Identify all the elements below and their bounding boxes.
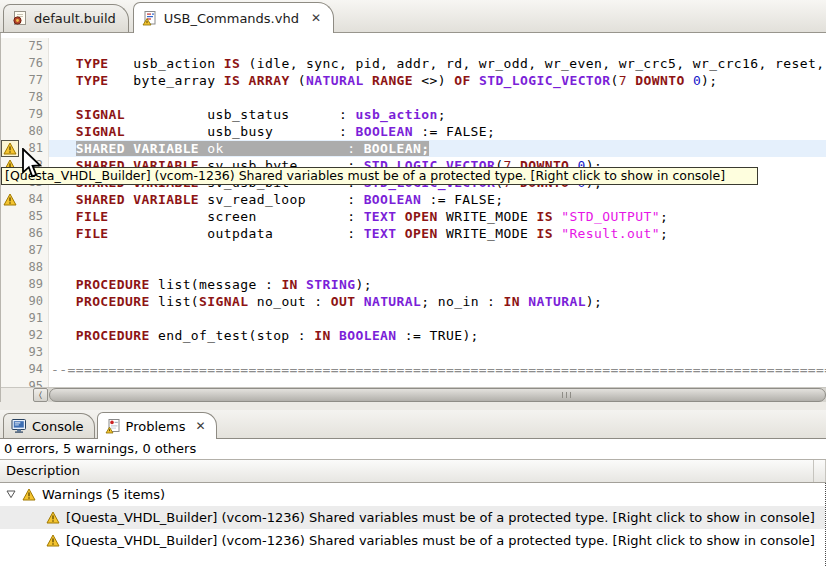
code-text[interactable]: [49, 259, 826, 276]
code-line-81[interactable]: 81 SHARED VARIABLE ok : BOOLEAN;: [1, 140, 826, 157]
code-line-85[interactable]: 85 FILE screen : TEXT OPEN WRITE_MODE IS…: [1, 208, 826, 225]
close-tab-icon[interactable]: ✕: [196, 419, 206, 433]
tab-usb-commands-vhd[interactable]: USB_Commands.vhd ✕: [133, 2, 334, 33]
line-number: 87: [18, 242, 49, 259]
marker-gutter: [1, 123, 18, 140]
code-line-93[interactable]: 93: [1, 344, 826, 361]
marker-gutter[interactable]: [1, 191, 18, 208]
scrollbar-corner: [1, 388, 33, 402]
code-text[interactable]: PROCEDURE end_of_test(stop : IN BOOLEAN …: [49, 327, 826, 344]
code-line-92[interactable]: 92 PROCEDURE end_of_test(stop : IN BOOLE…: [1, 327, 826, 344]
line-number: 89: [18, 276, 49, 293]
line-number: 78: [18, 89, 49, 106]
code-text[interactable]: TYPE usb_action IS (idle, sync, pid, add…: [49, 55, 826, 72]
warning-tooltip: [Questa_VHDL_Builder] (vcom-1236) Shared…: [1, 167, 758, 185]
problem-row[interactable]: [Questa_VHDL_Builder] (vcom-1236) Shared…: [0, 506, 825, 529]
line-number: 84: [18, 191, 49, 208]
code-line-75[interactable]: 75: [1, 38, 826, 55]
problems-column-header[interactable]: Description: [0, 460, 826, 483]
description-column-header[interactable]: Description: [0, 460, 814, 482]
scroll-left-button[interactable]: 〈: [33, 388, 48, 402]
tab-default-build[interactable]: default.build: [3, 4, 129, 32]
code-line-94[interactable]: 94--====================================…: [1, 361, 826, 378]
scrollbar-thumb[interactable]: [49, 388, 826, 402]
code-line-78[interactable]: 78: [1, 89, 826, 106]
code-text[interactable]: FILE screen : TEXT OPEN WRITE_MODE IS "S…: [49, 208, 826, 225]
marker-gutter: [1, 361, 18, 378]
code-text[interactable]: [49, 310, 826, 327]
marker-gutter: [1, 225, 18, 242]
vhdl-file-warning-icon: [142, 11, 158, 26]
line-number: 80: [18, 123, 49, 140]
scrollbar-track[interactable]: [48, 388, 826, 402]
code-text[interactable]: SIGNAL usb_busy : BOOLEAN := FALSE;: [49, 123, 826, 140]
warning-marker-icon[interactable]: [3, 193, 17, 206]
line-number: 94: [18, 361, 49, 378]
sash-divider[interactable]: [0, 402, 826, 410]
horizontal-scrollbar[interactable]: 〈: [1, 387, 826, 402]
code-lines: 7576 TYPE usb_action IS (idle, sync, pid…: [1, 33, 826, 402]
problem-row[interactable]: [Questa_VHDL_Builder] (vcom-1236) Shared…: [0, 529, 825, 552]
code-line-90[interactable]: 90 PROCEDURE list(SIGNAL no_out : OUT NA…: [1, 293, 826, 310]
marker-gutter: [1, 55, 18, 72]
code-text[interactable]: [49, 89, 826, 106]
marker-gutter: [1, 293, 18, 310]
code-text[interactable]: SHARED VARIABLE sv_read_loop : BOOLEAN :…: [49, 191, 826, 208]
code-text[interactable]: [49, 38, 826, 55]
line-number: 86: [18, 225, 49, 242]
code-text[interactable]: FILE outpdata : TEXT OPEN WRITE_MODE IS …: [49, 225, 826, 242]
tab-problems[interactable]: Problems ✕: [97, 412, 217, 439]
close-tab-icon[interactable]: ✕: [311, 11, 321, 25]
code-line-87[interactable]: 87: [1, 242, 826, 259]
bottom-tab-bar: Console Problems ✕: [0, 410, 826, 439]
marker-gutter: [1, 72, 18, 89]
marker-gutter: [1, 89, 18, 106]
code-line-88[interactable]: 88: [1, 259, 826, 276]
chevron-expanded-icon[interactable]: [6, 490, 16, 499]
problems-tree[interactable]: Warnings (5 items) [Questa_VHDL_Builder]…: [0, 483, 826, 567]
marker-gutter: [1, 106, 18, 123]
line-number: 75: [18, 38, 49, 55]
warning-icon: [46, 511, 60, 524]
code-text[interactable]: PROCEDURE list(message : IN STRING);: [49, 276, 826, 293]
code-text[interactable]: SHARED VARIABLE ok : BOOLEAN;: [49, 140, 826, 157]
line-number: 79: [18, 106, 49, 123]
marker-gutter: [1, 276, 18, 293]
code-text[interactable]: [49, 344, 826, 361]
marker-gutter: [1, 344, 18, 361]
code-line-76[interactable]: 76 TYPE usb_action IS (idle, sync, pid, …: [1, 55, 826, 72]
tab-label: default.build: [34, 11, 116, 26]
code-line-77[interactable]: 77 TYPE byte_array IS ARRAY (NATURAL RAN…: [1, 72, 826, 89]
code-text[interactable]: [49, 242, 826, 259]
scrollbar-grip: [562, 392, 573, 398]
line-number: 92: [18, 327, 49, 344]
code-line-79[interactable]: 79 SIGNAL usb_status : usb_action;: [1, 106, 826, 123]
warnings-group-row[interactable]: Warnings (5 items): [0, 483, 825, 506]
warning-icon: [46, 534, 60, 547]
code-text[interactable]: TYPE byte_array IS ARRAY (NATURAL RANGE …: [49, 72, 826, 89]
line-number: 90: [18, 293, 49, 310]
marker-gutter: [1, 208, 18, 225]
tab-console[interactable]: Console: [3, 413, 95, 438]
code-text[interactable]: --======================================…: [49, 361, 826, 378]
marker-gutter: [1, 327, 18, 344]
problems-view: Console Problems ✕ 0 errors, 5 warnings,…: [0, 402, 826, 567]
code-text[interactable]: PROCEDURE list(SIGNAL no_out : OUT NATUR…: [49, 293, 826, 310]
code-line-89[interactable]: 89 PROCEDURE list(message : IN STRING);: [1, 276, 826, 293]
warning-marker-icon[interactable]: [2, 141, 18, 156]
code-line-84[interactable]: 84 SHARED VARIABLE sv_read_loop : BOOLEA…: [1, 191, 826, 208]
code-editor[interactable]: 7576 TYPE usb_action IS (idle, sync, pid…: [0, 33, 826, 402]
marker-gutter[interactable]: [1, 140, 18, 157]
marker-gutter: [1, 242, 18, 259]
code-line-80[interactable]: 80 SIGNAL usb_busy : BOOLEAN := FALSE;: [1, 123, 826, 140]
code-line-91[interactable]: 91: [1, 310, 826, 327]
problems-icon: [105, 419, 121, 434]
marker-gutter: [1, 259, 18, 276]
marker-gutter: [1, 310, 18, 327]
tab-label: Console: [32, 419, 84, 434]
code-text[interactable]: SIGNAL usb_status : usb_action;: [49, 106, 826, 123]
line-number: 93: [18, 344, 49, 361]
code-line-86[interactable]: 86 FILE outpdata : TEXT OPEN WRITE_MODE …: [1, 225, 826, 242]
line-number: 76: [18, 55, 49, 72]
marker-gutter: [1, 38, 18, 55]
